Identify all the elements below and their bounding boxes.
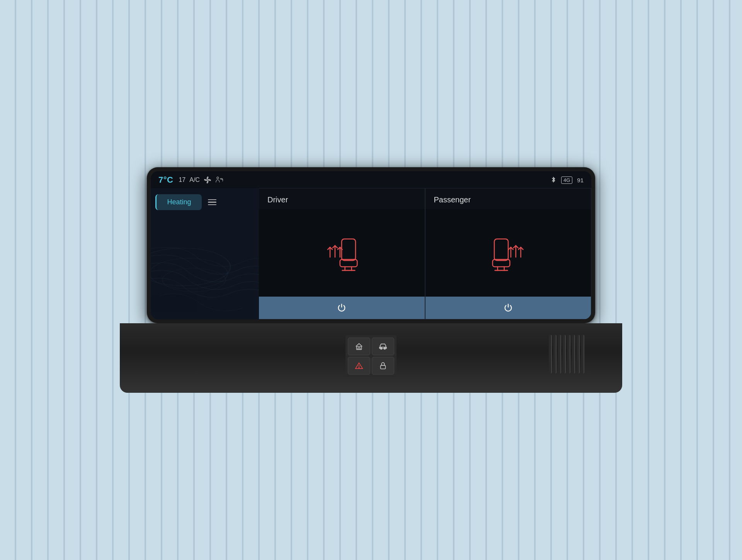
vent-slat — [563, 335, 566, 373]
physical-controls — [345, 339, 397, 377]
driver-power-button[interactable] — [259, 297, 425, 319]
dashboard-trim — [120, 323, 622, 393]
battery-level: 91 — [577, 177, 584, 183]
sidebar-navigation: Heating — [155, 194, 254, 210]
svg-rect-25 — [381, 365, 386, 369]
infotainment-housing: 7°C 17 A/C — [147, 167, 595, 323]
passenger-seat-card: Passenger — [425, 188, 592, 319]
svg-rect-10 — [494, 239, 508, 260]
signal-label: 4G — [563, 177, 570, 183]
status-left: 7°C 17 A/C — [158, 175, 224, 185]
passenger-label: Passenger — [425, 188, 591, 209]
menu-line-3 — [208, 204, 216, 205]
signal-badge: 4G — [561, 176, 572, 184]
passenger-seat-icon — [485, 231, 531, 275]
svg-rect-19 — [358, 348, 360, 350]
vent-slat — [558, 335, 561, 373]
passenger-seat-icon-area — [425, 209, 591, 297]
sidebar: Heating — [151, 188, 259, 319]
svg-rect-5 — [342, 239, 356, 260]
bluetooth-icon — [550, 176, 556, 184]
control-row-bottom — [348, 357, 394, 375]
seats-area: Driver — [259, 188, 591, 319]
heating-tab[interactable]: Heating — [155, 194, 202, 210]
driver-label: Driver — [259, 188, 425, 209]
menu-button[interactable] — [205, 196, 220, 209]
svg-point-1 — [217, 177, 219, 179]
lock-button[interactable] — [372, 357, 394, 375]
driver-seat-icon-area — [259, 209, 425, 297]
passenger-power-button[interactable] — [425, 297, 591, 319]
climate-value: 17 — [179, 176, 186, 183]
vent-slat — [567, 335, 570, 373]
driver-seat-card: Driver — [259, 188, 425, 319]
right-vent — [545, 331, 622, 377]
car-button[interactable] — [372, 338, 394, 355]
home-button[interactable] — [348, 338, 370, 355]
ac-label: A/C — [189, 176, 200, 183]
control-row-top — [348, 338, 394, 355]
vent-slat — [577, 335, 580, 373]
vent-slat — [581, 335, 584, 373]
climate-info: 17 A/C — [179, 176, 223, 184]
hazard-button[interactable] — [348, 357, 370, 375]
infotainment-screen: 7°C 17 A/C — [151, 171, 591, 319]
vent-person-icon — [215, 176, 224, 184]
driver-seat-icon — [318, 231, 365, 275]
control-panel — [345, 335, 397, 377]
scene: 7°C 17 A/C — [120, 167, 622, 393]
menu-line-1 — [208, 199, 216, 200]
status-bar: 7°C 17 A/C — [151, 171, 591, 188]
temperature-display: 7°C — [158, 175, 173, 185]
vent-slat — [553, 335, 556, 373]
menu-line-2 — [208, 202, 216, 203]
main-content: Heating Driver — [151, 188, 591, 319]
svg-point-24 — [359, 367, 359, 368]
vent-slat — [549, 335, 552, 373]
fan-icon — [204, 176, 211, 184]
vent-slat — [572, 335, 575, 373]
status-right: 4G 91 — [550, 176, 584, 184]
